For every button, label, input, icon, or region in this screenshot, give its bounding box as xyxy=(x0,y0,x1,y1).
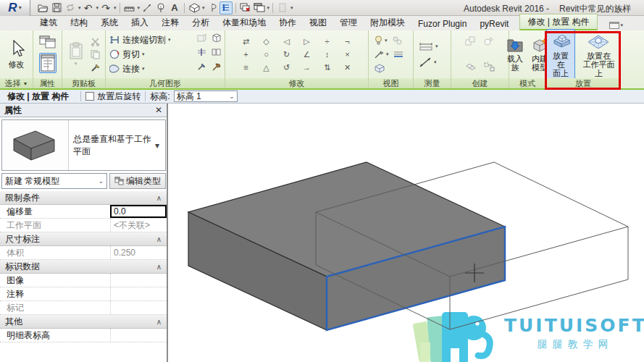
tab-collaborate[interactable]: 协作 xyxy=(272,14,303,30)
offset-icon[interactable]: ◇ xyxy=(261,36,272,47)
rotate-after-placement-checkbox[interactable] xyxy=(85,92,94,101)
collapse-icon[interactable]: ∧ xyxy=(156,263,162,271)
pin-icon[interactable]: ¬ xyxy=(342,36,354,47)
unpin-icon[interactable]: × xyxy=(342,49,354,60)
mirror-pick-axis-icon[interactable]: ◁ xyxy=(281,36,293,47)
workset-icon[interactable] xyxy=(276,1,289,14)
family-types-icon[interactable] xyxy=(39,35,57,51)
close-hidden-windows-icon[interactable] xyxy=(239,1,252,14)
default-3d-view-icon[interactable] xyxy=(188,1,201,14)
move-icon[interactable]: + xyxy=(241,49,252,60)
undo-icon[interactable]: ↶ xyxy=(82,1,95,14)
properties-palette-icon[interactable] xyxy=(39,53,57,73)
aligned-dimension-button[interactable]: ▾ xyxy=(419,57,437,67)
section-icon[interactable] xyxy=(206,1,219,14)
delete-icon[interactable]: ✕ xyxy=(342,62,354,73)
level-select[interactable]: 标高 1 ⌄ xyxy=(174,90,238,102)
place-on-work-plane-button[interactable]: 放置在工作平面上 xyxy=(577,30,620,79)
cut-geometry-button[interactable]: 剪切 ▾ xyxy=(109,47,145,62)
rotate-icon[interactable]: ↻ xyxy=(281,49,293,60)
tab-analyze[interactable]: 分析 xyxy=(185,14,216,30)
join-geometry-button[interactable]: 连接 ▾ xyxy=(109,62,145,76)
comments-value-input[interactable] xyxy=(110,287,167,300)
save-icon[interactable] xyxy=(50,1,63,14)
section-other[interactable]: 其他∧ xyxy=(0,315,167,329)
collapse-icon[interactable]: ∧ xyxy=(156,318,162,326)
chevron-down-icon[interactable]: ▾ xyxy=(78,5,81,11)
section-identity-data[interactable]: 标识数据∧ xyxy=(0,260,167,274)
panel-label-create[interactable]: 创建 xyxy=(451,78,509,88)
tab-systems[interactable]: 系统 xyxy=(94,14,125,30)
trim-corner-icon[interactable]: ∠ xyxy=(301,49,313,60)
split-gap-icon[interactable]: ⇅ xyxy=(322,62,333,73)
create-assembly-icon[interactable] xyxy=(484,62,495,72)
cutaway-button[interactable]: ▾ xyxy=(375,49,403,60)
create-group-icon[interactable] xyxy=(465,36,477,47)
selection-box-button[interactable] xyxy=(375,62,385,74)
chevron-down-icon[interactable]: ▾ xyxy=(202,5,205,11)
section-constraints[interactable]: 限制条件∧ xyxy=(0,191,167,205)
cope-button[interactable]: 连接端切割 ▾ xyxy=(109,33,171,47)
switch-windows-icon[interactable] xyxy=(253,1,266,14)
tab-pyrevit[interactable]: pyRevit xyxy=(473,17,515,30)
tab-fuzor-plugin[interactable]: Fuzor Plugin xyxy=(411,17,473,30)
properties-header[interactable]: 属性 ✕ xyxy=(0,104,167,117)
panel-label-geometry[interactable]: 几何图形 xyxy=(106,78,225,88)
create-similar-icon[interactable] xyxy=(484,36,495,47)
paste-button[interactable]: ▾ xyxy=(67,41,85,68)
copy-icon[interactable] xyxy=(90,49,101,60)
thin-lines-icon[interactable] xyxy=(219,1,233,14)
chevron-down-icon[interactable]: ▾ xyxy=(114,5,117,11)
scale-icon[interactable]: △ xyxy=(261,62,272,73)
instance-filter-select[interactable]: 新建 常规模型 ⌄ xyxy=(1,173,107,189)
ribbon-display-toggle[interactable]: ▾ xyxy=(609,22,624,29)
hidden-elements-button[interactable]: ▾ xyxy=(375,35,402,46)
align-icon[interactable]: ⇄ xyxy=(241,36,252,47)
chevron-down-icon[interactable]: ▾ xyxy=(96,5,99,11)
tab-manage[interactable]: 管理 xyxy=(333,14,364,30)
panel-label-modify[interactable]: 修改 xyxy=(225,78,368,88)
beam-joins-icon[interactable] xyxy=(196,46,207,57)
collapse-icon[interactable]: ∧ xyxy=(156,194,162,202)
cut-icon[interactable] xyxy=(90,36,101,47)
copy-element-icon[interactable]: ○ xyxy=(261,49,272,60)
tab-insert[interactable]: 插入 xyxy=(125,14,155,30)
redo-icon[interactable]: ↷ xyxy=(99,1,112,14)
image-value-input[interactable] xyxy=(110,274,167,287)
aligned-dimension-icon[interactable] xyxy=(141,1,154,14)
panel-label-mode[interactable]: 模式 xyxy=(509,78,545,88)
demolish-icon[interactable] xyxy=(210,61,222,72)
text-icon[interactable]: A xyxy=(168,1,181,14)
collapse-icon[interactable]: ∧ xyxy=(156,235,162,243)
paint-icon[interactable] xyxy=(196,61,207,72)
create-parts-icon[interactable] xyxy=(465,62,477,72)
place-on-face-button[interactable]: 放置在面上 xyxy=(546,29,575,80)
chevron-down-icon[interactable]: ▾ xyxy=(267,5,270,11)
trim-single-icon[interactable]: ↕ xyxy=(322,49,333,60)
panel-label-properties[interactable]: 属性 xyxy=(33,78,62,88)
load-family-button[interactable]: 载入族 xyxy=(504,35,526,73)
tab-annotate[interactable]: 注释 xyxy=(155,14,185,30)
drawing-area[interactable]: TUITUISOFT 腿腿教学网 xyxy=(168,104,644,362)
split-element-icon[interactable]: ÷ xyxy=(322,36,333,47)
unjoin-icon[interactable] xyxy=(210,46,222,57)
close-icon[interactable]: ✕ xyxy=(155,105,162,115)
match-type-icon[interactable] xyxy=(90,62,101,73)
trim-multiple-icon[interactable]: ↺ xyxy=(281,62,293,73)
tab-massing-site[interactable]: 体量和场地 xyxy=(216,14,272,30)
edit-type-button[interactable]: 编辑类型 xyxy=(109,173,166,189)
tab-modify-place-component[interactable]: 修改 | 放置 构件 xyxy=(519,14,597,30)
measure-ruler-button[interactable]: ▾ xyxy=(419,41,438,51)
tag-icon[interactable]: 1 xyxy=(154,1,167,14)
panel-label-view[interactable]: 视图 xyxy=(369,78,413,88)
panel-label-select[interactable]: 选择▼ xyxy=(0,78,33,88)
chevron-down-icon[interactable]: ▾ xyxy=(138,5,141,11)
customize-qat-icon[interactable]: ▾ xyxy=(290,5,293,11)
guide-lines-icon[interactable] xyxy=(393,51,403,58)
tab-structure[interactable]: 结构 xyxy=(64,14,94,30)
offset-value-input[interactable]: 0.0 xyxy=(110,205,167,218)
section-dimensions[interactable]: 尺寸标注∧ xyxy=(0,232,167,246)
tab-view[interactable]: 视图 xyxy=(303,14,333,30)
apply-coping-icon[interactable] xyxy=(196,32,207,43)
wall-joins-icon[interactable] xyxy=(210,32,222,43)
